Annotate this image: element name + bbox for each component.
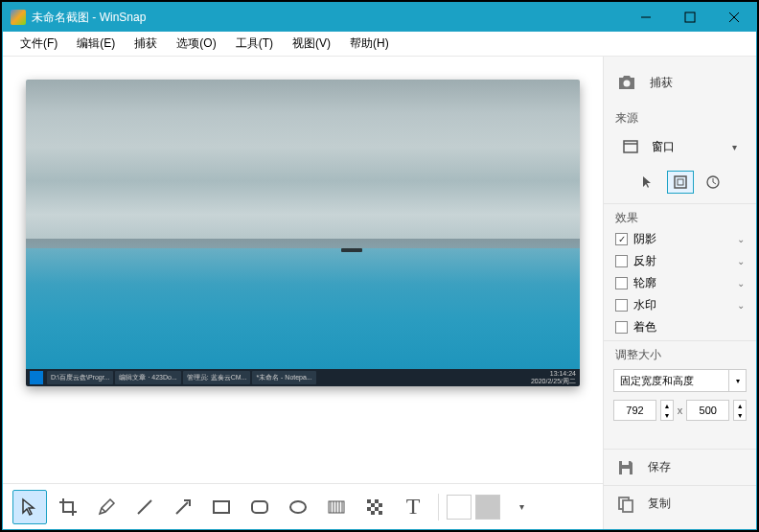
capture-label: 捕获 — [650, 75, 673, 91]
canvas-area: D:\百度云盘\Progr... 编辑文章 · 423Do... 管理员: 蓝奏… — [3, 57, 603, 529]
effect-colorize[interactable]: 着色 — [604, 316, 756, 338]
tool-line[interactable] — [127, 490, 162, 524]
svg-rect-24 — [624, 141, 637, 152]
pointer-icon — [20, 497, 39, 517]
effect-shadow[interactable]: ✓ 阴影 ⌄ — [604, 228, 756, 250]
sidebar: 捕获 来源 窗口 ▾ 效果 ✓ — [603, 57, 756, 529]
save-button[interactable]: 保存 — [604, 449, 756, 485]
tool-pointer[interactable] — [12, 490, 47, 524]
region-icon — [674, 175, 687, 189]
effect-watermark[interactable]: 水印 ⌄ — [604, 294, 756, 316]
tool-ellipse[interactable] — [281, 490, 315, 524]
arrow-icon — [173, 497, 193, 517]
tool-arrow[interactable] — [166, 490, 200, 524]
svg-rect-18 — [379, 503, 382, 507]
tool-pixelate[interactable] — [357, 490, 392, 524]
effect-reflection[interactable]: 反射 ⌄ — [604, 250, 756, 272]
effects-section-label: 效果 — [604, 203, 756, 228]
svg-rect-15 — [367, 499, 371, 503]
window-title: 未命名截图 - WinSnap — [32, 10, 624, 26]
width-spinner[interactable]: ▲▼ — [660, 400, 674, 421]
spinner-down-icon[interactable]: ▼ — [661, 410, 673, 420]
close-button[interactable] — [712, 3, 756, 32]
copy-label: 复制 — [648, 496, 671, 512]
svg-rect-21 — [371, 511, 375, 515]
svg-line-5 — [176, 502, 188, 514]
chevron-down-icon: ▾ — [728, 370, 746, 391]
effect-label: 着色 — [633, 319, 656, 335]
mode-timer[interactable] — [700, 171, 726, 194]
pointer-icon — [641, 175, 655, 189]
copy-button[interactable]: 复制 — [604, 485, 756, 521]
svg-rect-16 — [375, 499, 379, 503]
tool-rounded-rect[interactable] — [242, 490, 277, 524]
svg-line-30 — [713, 182, 716, 184]
menu-options[interactable]: 选项(O) — [167, 32, 225, 56]
menubar: 文件(F) 编辑(E) 捕获 选项(O) 工具(T) 视图(V) 帮助(H) — [3, 32, 756, 57]
taskbar-item: 编辑文章 · 423Do... — [115, 371, 180, 384]
minimize-button[interactable] — [624, 3, 668, 32]
effect-label: 水印 — [633, 297, 656, 313]
checkbox-icon — [615, 255, 628, 267]
app-window: 未命名截图 - WinSnap 文件(F) 编辑(E) 捕获 选项(O) 工具(… — [2, 2, 757, 530]
app-icon — [11, 10, 26, 25]
svg-rect-1 — [685, 12, 695, 22]
svg-point-8 — [290, 501, 306, 513]
camera-icon — [617, 74, 636, 91]
sidebar-spacer — [604, 428, 756, 449]
menu-capture[interactable]: 捕获 — [125, 32, 167, 56]
svg-point-23 — [624, 81, 631, 87]
capture-button[interactable]: 捕获 — [604, 64, 756, 101]
effect-outline[interactable]: 轮廓 ⌄ — [604, 272, 756, 294]
rectangle-icon — [212, 497, 231, 517]
chevron-down-icon: ⌄ — [737, 234, 745, 244]
source-dropdown[interactable]: 窗口 ▾ — [613, 132, 747, 161]
height-spinner[interactable]: ▲▼ — [733, 400, 747, 421]
menu-edit[interactable]: 编辑(E) — [67, 32, 125, 56]
secondary-color-swatch[interactable] — [475, 495, 500, 520]
spinner-up-icon[interactable]: ▲ — [661, 401, 673, 410]
clock-time: 13:14:24 — [531, 370, 576, 378]
taskbar-item: *未命名 - Notepa... — [252, 371, 315, 384]
effect-label: 阴影 — [633, 231, 656, 247]
spinner-down-icon[interactable]: ▼ — [734, 410, 746, 420]
tool-text[interactable]: T — [396, 490, 430, 524]
height-input[interactable]: 500 — [686, 400, 729, 421]
ellipse-icon — [288, 497, 308, 517]
source-section-label: 来源 — [604, 104, 756, 128]
menu-view[interactable]: 视图(V) — [283, 32, 340, 56]
menu-file[interactable]: 文件(F) — [11, 32, 67, 56]
resize-mode-dropdown[interactable]: 固定宽度和高度 ▾ — [613, 369, 747, 392]
resize-mode-value: 固定宽度和高度 — [620, 374, 694, 388]
titlebar: 未命名截图 - WinSnap — [3, 3, 756, 32]
toolbar-separator — [438, 494, 439, 520]
body: D:\百度云盘\Progr... 编辑文章 · 423Do... 管理员: 蓝奏… — [3, 57, 756, 529]
size-separator: x — [678, 405, 683, 416]
svg-rect-7 — [252, 501, 267, 513]
tool-blur[interactable] — [319, 490, 354, 524]
tool-rectangle[interactable] — [204, 490, 239, 524]
mode-region[interactable] — [667, 171, 694, 194]
save-label: 保存 — [648, 459, 671, 475]
crop-icon — [58, 497, 78, 517]
clock-icon — [706, 175, 720, 189]
mode-pointer[interactable] — [634, 171, 661, 194]
checkbox-icon — [615, 277, 628, 289]
tool-crop[interactable] — [51, 490, 85, 524]
horizon-region — [26, 239, 580, 248]
width-input[interactable]: 792 — [613, 400, 656, 421]
primary-color-swatch[interactable] — [447, 495, 472, 520]
svg-rect-34 — [623, 500, 632, 512]
menu-tools[interactable]: 工具(T) — [226, 32, 283, 56]
pen-icon — [97, 497, 116, 517]
pixelate-icon — [365, 497, 384, 517]
effect-label: 反射 — [633, 253, 656, 269]
resize-section-label: 调整大小 — [604, 340, 756, 365]
spinner-up-icon[interactable]: ▲ — [734, 401, 746, 410]
maximize-button[interactable] — [668, 3, 712, 32]
menu-help[interactable]: 帮助(H) — [340, 32, 399, 56]
tool-pen[interactable] — [89, 490, 124, 524]
tool-color-dropdown[interactable]: ▾ — [504, 490, 539, 524]
boat-object — [341, 248, 362, 252]
captured-screenshot[interactable]: D:\百度云盘\Progr... 编辑文章 · 423Do... 管理员: 蓝奏… — [26, 80, 580, 386]
